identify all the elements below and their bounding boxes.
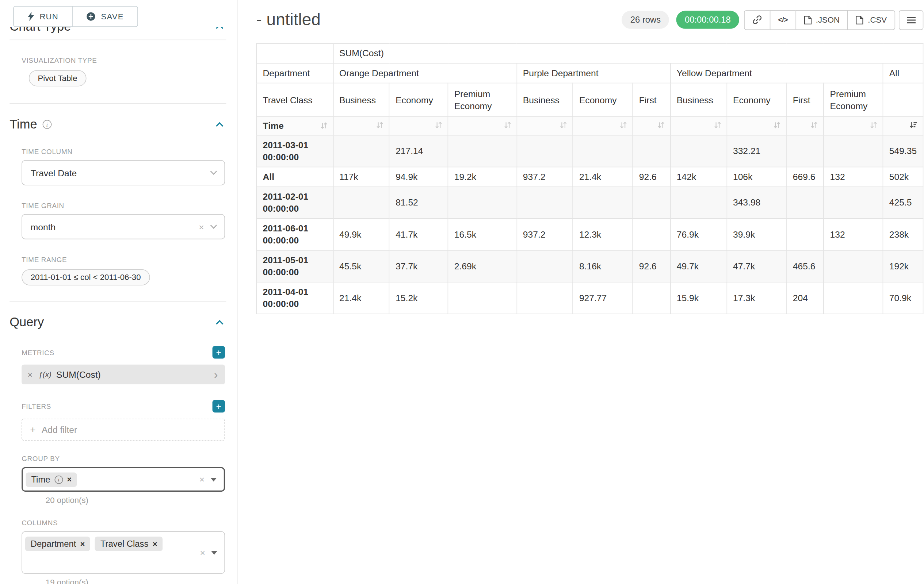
clear-icon[interactable]: × <box>200 548 205 558</box>
download-json-button[interactable]: .JSON <box>795 10 848 30</box>
download-csv-button[interactable]: .CSV <box>848 10 896 30</box>
pivot-cell <box>573 187 633 219</box>
pivot-cell: 937.2 <box>517 167 573 187</box>
travel-class-header: Business <box>670 83 727 117</box>
share-link-button[interactable] <box>744 10 770 30</box>
clear-icon[interactable]: × <box>200 474 205 484</box>
sort-cell <box>573 117 633 135</box>
chip-label: Travel Class <box>101 539 148 549</box>
pivot-cell <box>787 187 824 219</box>
pivot-cell <box>448 135 516 167</box>
save-button[interactable]: SAVE <box>72 6 138 26</box>
pivot-cell <box>823 250 883 282</box>
columns-chip[interactable]: Department× <box>25 536 90 551</box>
pivot-cell: 21.4k <box>333 282 389 314</box>
pivot-cell <box>632 135 670 167</box>
chart-title[interactable]: - untitled <box>256 10 320 30</box>
columns-select[interactable]: Department×Travel Class× × <box>21 531 225 574</box>
pivot-cell <box>517 135 573 167</box>
department-dimension-label: Department <box>256 63 333 83</box>
pivot-cell <box>573 135 633 167</box>
run-button[interactable]: RUN <box>13 6 73 26</box>
chevron-down-icon <box>210 224 217 229</box>
run-save-button-group: RUN SAVE <box>13 6 138 26</box>
add-filter-button[interactable]: + Add filter <box>21 419 225 441</box>
corner-cell <box>256 43 333 63</box>
remove-chip-icon[interactable]: × <box>153 540 157 549</box>
pivot-cell: 94.9k <box>389 167 448 187</box>
pivot-cell <box>517 282 573 314</box>
time-section-body: TIME COLUMN Travel Date TIME GRAIN month… <box>0 148 237 285</box>
sort-toggle-icon[interactable] <box>774 121 781 129</box>
plus-icon: + <box>216 347 221 357</box>
remove-chip-icon[interactable]: × <box>80 540 85 549</box>
metric-header-row: SUM(Cost) <box>256 43 923 63</box>
json-button-label: .JSON <box>816 15 840 25</box>
sort-toggle-icon[interactable] <box>435 121 442 129</box>
time-range-pill[interactable]: 2011-01-01 ≤ col < 2011-06-30 <box>21 269 150 285</box>
sort-toggle-icon[interactable] <box>320 122 327 129</box>
group-by-chip[interactable]: Timei× <box>26 472 77 487</box>
expand-metric-icon[interactable]: › <box>214 368 218 380</box>
collapse-chevron-icon[interactable] <box>216 27 224 29</box>
pivot-cell: 192k <box>883 250 923 282</box>
sort-toggle-icon[interactable] <box>870 121 877 129</box>
table-menu-button[interactable] <box>899 10 923 30</box>
time-column-value: Travel Date <box>31 168 210 178</box>
query-section-heading[interactable]: Query <box>0 315 237 329</box>
metric-header-cell: SUM(Cost) <box>333 43 923 63</box>
sort-toggle-icon[interactable] <box>620 121 627 129</box>
explore-app: RUN SAVE Chart Type VISUALIZATION TYPE P… <box>0 0 924 584</box>
remove-chip-icon[interactable]: × <box>67 475 71 484</box>
clear-icon[interactable]: × <box>199 222 204 232</box>
pivot-cell <box>632 187 670 219</box>
query-section-body: METRICS + × ƒ(x) SUM(Cost) › FILTERS + +… <box>0 346 237 584</box>
sort-toggle-icon[interactable] <box>376 121 384 129</box>
lightning-icon <box>28 12 34 21</box>
control-panel-sidebar: RUN SAVE Chart Type VISUALIZATION TYPE P… <box>0 0 238 584</box>
remove-metric-icon[interactable]: × <box>28 370 33 379</box>
collapse-chevron-icon[interactable] <box>216 122 224 127</box>
metric-chip[interactable]: × ƒ(x) SUM(Cost) › <box>21 365 225 384</box>
pivot-row: 2011-04-01 00:00:0021.4k15.2k927.7715.9k… <box>256 282 923 314</box>
time-grain-select[interactable]: month × <box>21 214 225 239</box>
visualization-type-pill[interactable]: Pivot Table <box>29 70 86 86</box>
add-filter-plus-button[interactable]: + <box>213 400 225 413</box>
sort-cell <box>727 117 787 135</box>
time-grain-label: TIME GRAIN <box>21 202 225 209</box>
pivot-cell: 19.2k <box>448 167 516 187</box>
add-metric-button[interactable]: + <box>213 346 225 359</box>
main-panel: - untitled 26 rows 00:00:00.18 </> .JSON… <box>238 0 924 584</box>
sort-toggle-icon[interactable] <box>714 121 721 129</box>
group-by-options-hint: 20 option(s) <box>46 496 225 505</box>
screenshot-stage: RUN SAVE Chart Type VISUALIZATION TYPE P… <box>0 0 924 584</box>
pivot-row: 2011-06-01 00:00:0049.9k41.7k16.5k937.21… <box>256 219 923 250</box>
pivot-table: SUM(Cost) DepartmentOrange DepartmentPur… <box>256 43 923 314</box>
travel-class-header-row: Travel ClassBusinessEconomyPremium Econo… <box>256 83 923 117</box>
group-by-select[interactable]: Timei× × <box>21 467 225 492</box>
chevron-down-icon <box>210 171 217 175</box>
chip-label: Department <box>31 539 76 549</box>
pivot-cell: 2.69k <box>448 250 516 282</box>
group-by-chips: Timei× <box>26 472 193 487</box>
pivot-cell <box>632 282 670 314</box>
columns-chip[interactable]: Travel Class× <box>95 536 163 551</box>
sort-descending-icon[interactable] <box>909 121 917 129</box>
plus-icon: + <box>30 424 35 435</box>
pivot-cell: 15.2k <box>389 282 448 314</box>
sort-toggle-icon[interactable] <box>657 121 665 129</box>
sort-toggle-icon[interactable] <box>504 121 511 129</box>
sort-toggle-icon[interactable] <box>811 121 818 129</box>
time-column-select[interactable]: Travel Date <box>21 160 225 186</box>
embed-code-button[interactable]: </> <box>770 10 796 30</box>
pivot-cell: 70.9k <box>883 282 923 314</box>
time-section-heading[interactable]: Time i <box>0 117 237 131</box>
sort-toggle-icon[interactable] <box>560 121 567 129</box>
pivot-cell <box>517 187 573 219</box>
collapse-chevron-icon[interactable] <box>216 319 224 325</box>
link-icon <box>752 15 762 25</box>
pivot-cell: 92.6 <box>632 167 670 187</box>
info-icon: i <box>54 475 63 484</box>
pivot-cell: 927.77 <box>573 282 633 314</box>
travel-class-header: Economy <box>573 83 633 117</box>
